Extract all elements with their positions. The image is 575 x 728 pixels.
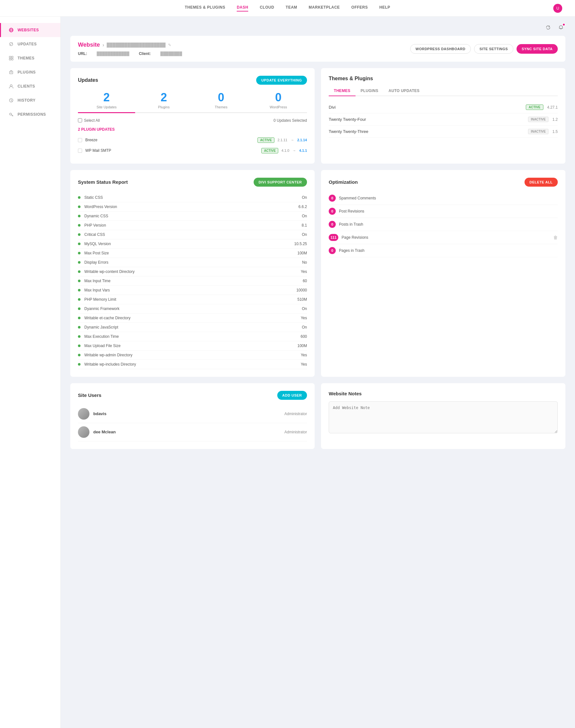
user-avatar[interactable]: U [553, 4, 562, 13]
nav-items: THEMES & PLUGINS DASH CLOUD TEAM MARKETP… [184, 5, 390, 11]
key-icon [9, 112, 14, 117]
sidebar: WEBSITES UPDATES [0, 16, 61, 728]
sidebar-item-updates[interactable]: UPDATES [0, 37, 60, 51]
nav-dash[interactable]: DASH [237, 5, 248, 11]
status-value: 100M [297, 343, 307, 348]
opt-count-badge: 0 [329, 208, 336, 215]
themes-plugins-title: Themes & Plugins [329, 76, 373, 81]
divi-support-button[interactable]: DIVI SUPPORT CENTER [253, 178, 307, 187]
status-value: 100M [297, 251, 307, 255]
stat-wordpress[interactable]: 0 WordPress [250, 91, 307, 113]
status-dot [78, 335, 80, 338]
tab-themes[interactable]: THEMES [329, 87, 356, 96]
status-row: Writable et-cache Directory Yes [78, 313, 307, 323]
delete-revisions-icon[interactable]: 🗑 [553, 235, 558, 240]
status-row: Dynamic CSS On [78, 211, 307, 221]
tab-auto-updates[interactable]: AUTO UPDATES [383, 87, 425, 96]
stat-number-site: 2 [78, 91, 135, 104]
sidebar-item-clients[interactable]: CLIENTS [0, 79, 60, 93]
status-label: Max Upload File Size [84, 343, 297, 348]
breadcrumb-separator: › [103, 42, 104, 48]
theme-row-tt3: Twenty Twenty-Three INACTIVE 1.5 [329, 126, 558, 138]
site-settings-button[interactable]: SITE SETTINGS [474, 44, 513, 54]
status-value: 8.1 [302, 223, 307, 228]
svg-rect-6 [11, 59, 13, 60]
select-all-checkbox[interactable] [78, 118, 82, 122]
status-label: Dyanmic Framework [84, 306, 302, 311]
notifications-button[interactable] [556, 23, 566, 32]
sidebar-item-history[interactable]: HISTORY [0, 93, 60, 107]
breeze-version-to: 2.1.14 [297, 138, 307, 142]
section-row-1: Updates UPDATE EVERYTHING 2 Site Updates… [70, 68, 566, 164]
notes-textarea[interactable] [329, 401, 558, 433]
stat-plugins[interactable]: 2 Plugins [135, 91, 192, 113]
wpmail-status-badge: ACTIVE [261, 148, 278, 154]
breeze-checkbox[interactable] [78, 138, 82, 142]
updates-title: Updates [78, 77, 98, 83]
status-label: Max Execution Time [84, 334, 301, 339]
sync-site-data-button[interactable]: SYNC SITE DATA [516, 44, 558, 54]
status-row: Max Upload File Size 100M [78, 341, 307, 351]
select-all-label[interactable]: Select All [78, 118, 100, 123]
status-label: Writable wp-admin Directory [84, 353, 301, 357]
add-user-button[interactable]: ADD USER [277, 391, 307, 400]
website-info: Website › ████████████████████ ✎ URL: ██… [78, 41, 182, 56]
svg-rect-3 [9, 56, 11, 58]
system-status-title: System Status Report [78, 179, 128, 185]
grid-icon [9, 56, 14, 61]
stat-site-updates[interactable]: 2 Site Updates [78, 91, 135, 113]
breadcrumb-main: Website [78, 41, 100, 48]
refresh-icon [9, 41, 14, 47]
status-dot [78, 224, 80, 227]
nav-team[interactable]: TEAM [285, 5, 297, 11]
status-dot [78, 270, 80, 273]
status-label: PHP Version [84, 223, 302, 228]
status-dot [78, 354, 80, 356]
stat-themes[interactable]: 0 Themes [193, 91, 250, 113]
refresh-button[interactable] [544, 23, 553, 32]
status-value: On [302, 306, 307, 311]
optimization-rows: 0 Spammed Comments 0 Post Revisions 0 Po… [329, 192, 558, 257]
nav-marketplace[interactable]: MARKETPLACE [309, 5, 340, 11]
main-content: Website › ████████████████████ ✎ URL: ██… [61, 16, 575, 728]
nav-help[interactable]: HELP [379, 5, 391, 11]
status-value: On [302, 195, 307, 200]
sidebar-item-plugins[interactable]: PLUGINS [0, 65, 60, 79]
update-everything-button[interactable]: UPDATE EVERYTHING [256, 76, 307, 85]
status-dot [78, 261, 80, 264]
sidebar-item-themes[interactable]: THEMES [0, 51, 60, 65]
sidebar-label-updates: UPDATES [18, 42, 37, 46]
user-row: bdavis Administrator [78, 405, 307, 423]
status-label: Writable wp-content Directory [84, 269, 301, 274]
opt-row: 0 Spammed Comments [329, 192, 558, 205]
opt-label: Post Revisions [339, 209, 558, 213]
sidebar-item-websites[interactable]: WEBSITES [0, 23, 60, 37]
sidebar-item-permissions[interactable]: PERMISSIONS [0, 107, 60, 122]
site-users-card: Site Users ADD USER bdavis Administrator… [70, 383, 315, 449]
nav-offers[interactable]: OFFERS [351, 5, 368, 11]
wpmail-checkbox[interactable] [78, 148, 82, 153]
themes-header: Themes & Plugins [329, 76, 558, 81]
section-row-3: Site Users ADD USER bdavis Administrator… [70, 383, 566, 449]
status-value: 600 [301, 334, 307, 339]
nav-cloud[interactable]: CLOUD [260, 5, 274, 11]
wpmail-plugin-name: WP Mail SMTP [85, 148, 258, 153]
optimization-card: Optimization DELETE ALL 0 Spammed Commen… [321, 170, 566, 377]
delete-all-button[interactable]: DELETE ALL [525, 178, 558, 187]
tt4-name: Twenty Twenty-Four [329, 117, 528, 122]
status-dot [78, 289, 80, 292]
system-status-header: System Status Report DIVI SUPPORT CENTER [78, 178, 307, 187]
tab-plugins[interactable]: PLUGINS [356, 87, 383, 96]
nav-themes-plugins[interactable]: THEMES & PLUGINS [184, 5, 225, 11]
breadcrumb-sub: ████████████████████ [107, 42, 166, 47]
wordpress-dashboard-button[interactable]: WORDPRESS DASHBOARD [410, 44, 471, 54]
status-label: Writable et-cache Directory [84, 316, 301, 320]
status-dot [78, 215, 80, 217]
user-avatar-img [78, 426, 90, 438]
status-row: Max Post Size 100M [78, 249, 307, 258]
status-label: Dynamic CSS [84, 214, 302, 218]
clock-icon [9, 98, 14, 103]
status-value: On [302, 232, 307, 237]
top-navigation: THEMES & PLUGINS DASH CLOUD TEAM MARKETP… [0, 0, 575, 16]
breeze-status-badge: ACTIVE [258, 137, 274, 143]
